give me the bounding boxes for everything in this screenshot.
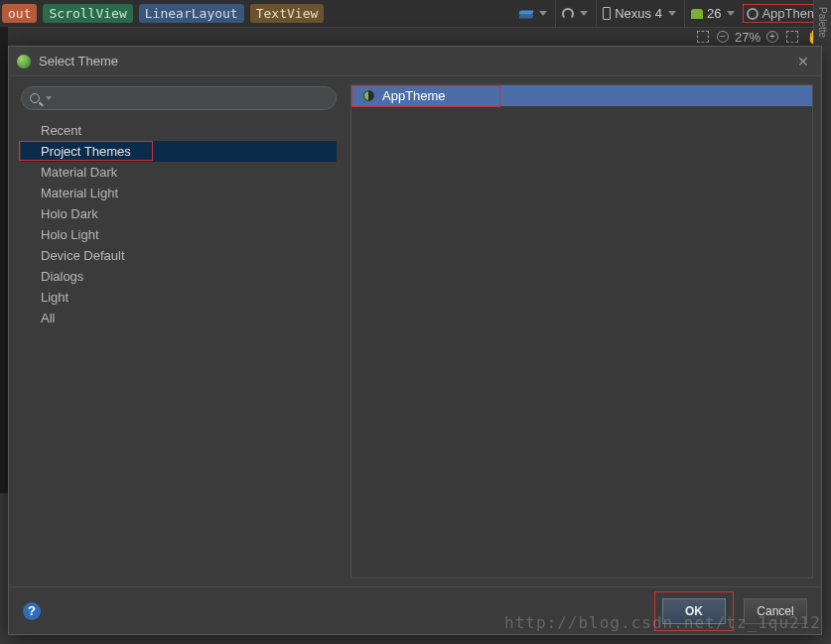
category-item[interactable]: Light [21,287,337,308]
category-item[interactable]: Material Light [21,183,337,203]
search-input[interactable] [58,91,328,105]
zoom-in-icon[interactable]: + [766,31,778,43]
theme-item[interactable]: AppTheme [351,85,812,106]
toolbar-lower: − 27% + ✋ [0,27,831,46]
api-dropdown[interactable]: 26 [684,0,741,27]
chevron-down-icon [727,11,735,16]
chevron-down-icon [539,11,547,16]
cancel-button[interactable]: Cancel [744,598,807,624]
close-button[interactable]: ✕ [793,52,813,71]
breadcrumb-tag[interactable]: LinearLayout [139,4,244,23]
left-panel: RecentProject ThemesMaterial DarkMateria… [9,76,346,586]
category-item[interactable]: Device Default [21,245,337,266]
phone-icon [603,7,611,20]
category-item[interactable]: Material Dark [21,162,337,183]
category-list: RecentProject ThemesMaterial DarkMateria… [21,120,337,328]
chevron-down-icon [46,96,52,100]
orientation-dropdown[interactable] [555,0,594,27]
layers-icon [519,9,533,19]
category-item[interactable]: Recent [21,120,337,141]
category-item[interactable]: Holo Light [21,224,337,245]
theme-icon [363,90,374,101]
rotate-icon [562,8,574,20]
chevron-down-icon [580,11,588,16]
zoom-out-icon[interactable]: − [717,31,729,43]
zoom-label: 27% [735,30,761,45]
category-item[interactable]: All [21,308,337,328]
category-item[interactable]: Holo Dark [21,203,337,224]
category-item[interactable]: Project Themes [21,141,337,162]
dialog-title: Select Theme [39,54,118,68]
designer-toolbar: outScrollViewLinearLayoutTextView Nexus … [0,0,831,46]
help-button[interactable]: ? [23,602,41,620]
palette-tab[interactable]: Palette [813,0,831,46]
category-item[interactable]: Dialogs [21,266,337,287]
layers-dropdown[interactable] [513,0,553,27]
theme-label: AppTheme [382,88,446,103]
dialog-body: RecentProject ThemesMaterial DarkMateria… [9,76,821,586]
ok-button[interactable]: OK [662,598,726,624]
zoom-controls: − 27% + [717,30,778,45]
device-dropdown[interactable]: Nexus 4 [596,0,682,27]
toolbar-right: Nexus 4 26 AppTheme [513,0,829,27]
select-theme-dialog: Select Theme ✕ RecentProject ThemesMater… [8,46,822,635]
breadcrumb-tag[interactable]: TextView [250,4,325,23]
dialog-footer: ? OK Cancel [9,586,821,634]
theme-icon [747,8,759,20]
dialog-titlebar: Select Theme ✕ [9,47,821,76]
theme-list: AppTheme [350,84,813,579]
search-field[interactable] [21,86,337,110]
select-icon[interactable] [697,31,709,43]
chevron-down-icon [668,11,676,16]
toolbar-upper: outScrollViewLinearLayoutTextView Nexus … [0,0,831,27]
device-label: Nexus 4 [615,6,662,21]
dialog-icon [17,55,31,68]
search-icon [30,93,40,103]
android-icon [691,9,703,19]
editor-gutter [0,27,8,493]
ok-highlight: OK [654,591,734,631]
breadcrumb-tag[interactable]: ScrollView [43,4,132,23]
right-panel: AppTheme [346,76,821,586]
breadcrumb-tag[interactable]: out [2,4,37,23]
breadcrumb-tags: outScrollViewLinearLayoutTextView [2,4,324,23]
api-label: 26 [707,6,721,21]
fit-icon[interactable] [786,31,798,43]
